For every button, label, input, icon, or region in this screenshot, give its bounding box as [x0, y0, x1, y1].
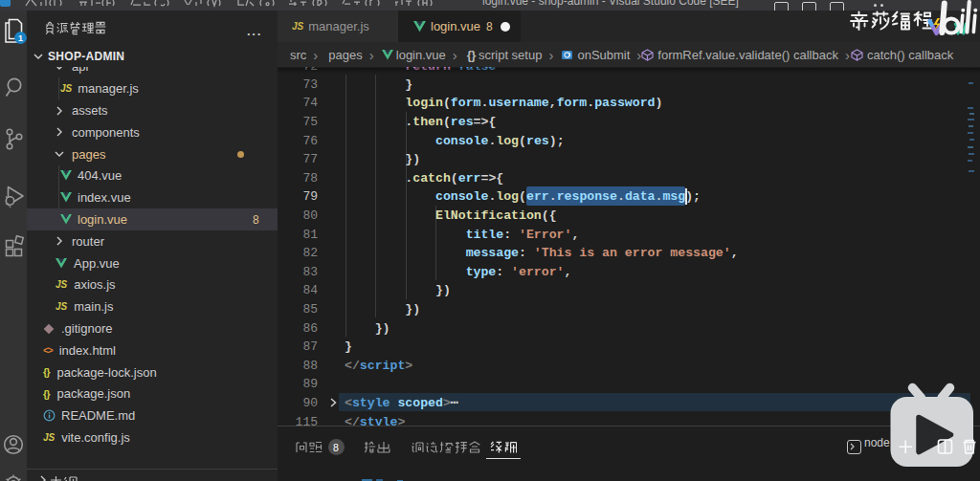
svg-text:1: 1: [18, 33, 23, 43]
